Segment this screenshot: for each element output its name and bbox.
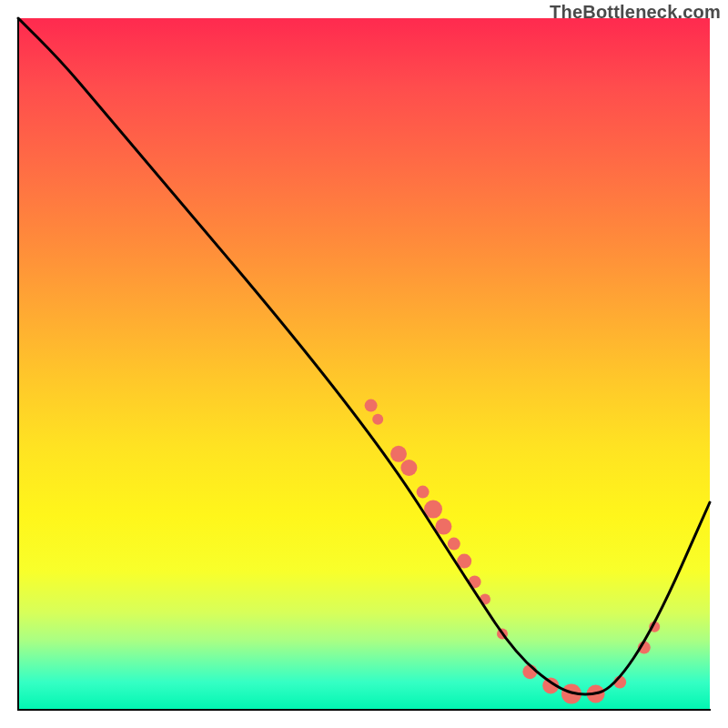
scatter-dot [400, 460, 417, 476]
scatter-dot [372, 414, 383, 425]
scatter-dot [390, 446, 407, 462]
chart-container: TheBottleneck.com [0, 0, 728, 728]
watermark-label: TheBottleneck.com [550, 2, 721, 23]
scatter-dot [365, 399, 378, 412]
scatter-dot [417, 486, 430, 499]
scatter-dots-group [365, 399, 661, 704]
line-curve [18, 18, 710, 694]
scatter-dot [448, 538, 460, 551]
chart-svg [18, 18, 710, 710]
